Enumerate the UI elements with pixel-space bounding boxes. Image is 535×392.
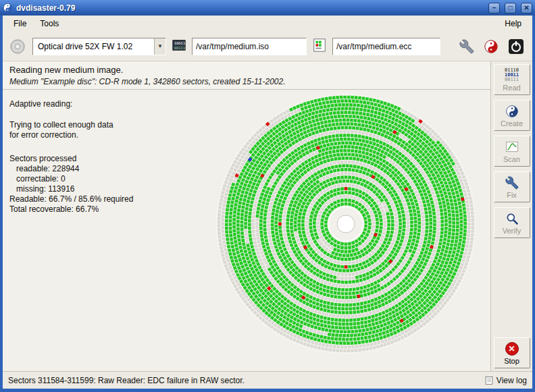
log-icon bbox=[484, 376, 494, 385]
statusbar: Sectors 311584-311599: Raw Reader: EDC f… bbox=[3, 371, 532, 389]
view-log-button[interactable]: View log bbox=[484, 376, 527, 385]
dvdisaster-logo-button[interactable] bbox=[482, 38, 500, 55]
stop-button[interactable]: ✕ Stop bbox=[494, 337, 530, 368]
wrench-icon bbox=[459, 39, 474, 54]
maximize-button[interactable]: □ bbox=[505, 3, 516, 13]
fix-wrench-icon bbox=[505, 176, 519, 190]
scan-chart-icon bbox=[505, 140, 519, 154]
ecc-path-input[interactable] bbox=[332, 38, 440, 55]
menubar: File Tools Help bbox=[3, 16, 532, 32]
iso-path-input[interactable] bbox=[192, 38, 307, 55]
drive-select[interactable]: Optical drive 52X FW 1.02 ▼ bbox=[32, 38, 166, 55]
reading-status-panel: Adaptive reading: Trying to collect enou… bbox=[9, 99, 212, 215]
read-binary-icon: 01110 10011 00111 bbox=[505, 68, 519, 82]
cd-drive-icon bbox=[9, 38, 26, 55]
stop-icon: ✕ bbox=[505, 342, 519, 356]
minimize-button[interactable]: – bbox=[488, 3, 500, 13]
read-button-label: Read bbox=[503, 84, 520, 92]
chevron-down-icon: ▼ bbox=[154, 38, 165, 55]
medium-info: Medium "Example disc": CD-R mode 1, 3428… bbox=[9, 77, 484, 86]
svg-text:00111: 00111 bbox=[174, 45, 186, 49]
mode-desc-2: for error correction. bbox=[9, 130, 212, 140]
sectors-title: Sectors processed bbox=[9, 154, 212, 164]
fix-button-label: Fix bbox=[507, 191, 517, 199]
recoverable-percent: Total recoverable: 66.7% bbox=[9, 204, 212, 215]
main-area: Adaptive reading: Trying to collect enou… bbox=[3, 90, 490, 371]
menu-tools[interactable]: Tools bbox=[34, 17, 64, 30]
svg-text:10011: 10011 bbox=[174, 41, 186, 45]
read-button[interactable]: 01110 10011 00111 Read bbox=[494, 64, 530, 95]
menu-help[interactable]: Help bbox=[499, 17, 527, 30]
verify-button-label: Verify bbox=[503, 227, 521, 235]
fix-button[interactable]: Fix bbox=[494, 171, 530, 202]
toolbar: Optical drive 52X FW 1.02 ▼ 10011 00111 bbox=[3, 32, 532, 61]
window-title: dvdisaster-0.79 bbox=[16, 3, 484, 13]
window-content: File Tools Help Optical drive 52X FW 1.0… bbox=[3, 16, 532, 389]
drive-icon-button[interactable] bbox=[8, 37, 27, 56]
dvdisaster-logo-icon bbox=[484, 39, 499, 54]
disc-visualization bbox=[213, 92, 478, 356]
magnifier-icon bbox=[505, 212, 519, 225]
sectors-correctable: correctable: 0 bbox=[9, 174, 212, 184]
mode-title: Adaptive reading: bbox=[9, 99, 212, 109]
body-row: Reading new medium image. Medium "Exampl… bbox=[3, 61, 532, 371]
sectors-readable: readable: 228944 bbox=[9, 164, 212, 174]
status-message: Sectors 311584-311599: Raw Reader: EDC f… bbox=[8, 376, 484, 385]
ecc-file-icon bbox=[312, 38, 327, 55]
titlebar[interactable]: dvdisaster-0.79 – □ ✕ bbox=[0, 0, 535, 16]
readable-percent: Readable: 66.7% / 85.6% required bbox=[9, 194, 212, 204]
action-sidebar: 01110 10011 00111 Read Create bbox=[490, 61, 532, 371]
preferences-button[interactable] bbox=[458, 38, 476, 55]
app-icon bbox=[3, 3, 13, 13]
quit-button[interactable] bbox=[507, 37, 526, 56]
app-window: dvdisaster-0.79 – □ ✕ File Tools Help Op… bbox=[0, 0, 535, 392]
stop-button-label: Stop bbox=[504, 357, 519, 365]
drive-select-value: Optical drive 52X FW 1.02 bbox=[38, 42, 151, 51]
create-button[interactable]: Create bbox=[494, 100, 530, 131]
toolbar-right-group bbox=[458, 37, 527, 56]
iso-image-icon: 10011 00111 bbox=[172, 38, 186, 55]
power-icon bbox=[508, 38, 524, 55]
mode-desc-1: Trying to collect enough data bbox=[9, 120, 212, 130]
view-log-label: View log bbox=[496, 376, 527, 385]
close-button[interactable]: ✕ bbox=[521, 3, 532, 13]
scan-button-label: Scan bbox=[503, 155, 520, 163]
sectors-missing: missing: 113916 bbox=[9, 184, 212, 194]
menu-file[interactable]: File bbox=[8, 17, 32, 30]
left-column: Reading new medium image. Medium "Exampl… bbox=[3, 61, 490, 371]
verify-button[interactable]: Verify bbox=[494, 207, 530, 238]
status-heading: Reading new medium image. bbox=[9, 65, 484, 75]
scan-button[interactable]: Scan bbox=[494, 136, 530, 167]
yin-yang-icon bbox=[505, 105, 519, 118]
create-button-label: Create bbox=[501, 119, 523, 128]
info-header: Reading new medium image. Medium "Exampl… bbox=[3, 61, 490, 90]
